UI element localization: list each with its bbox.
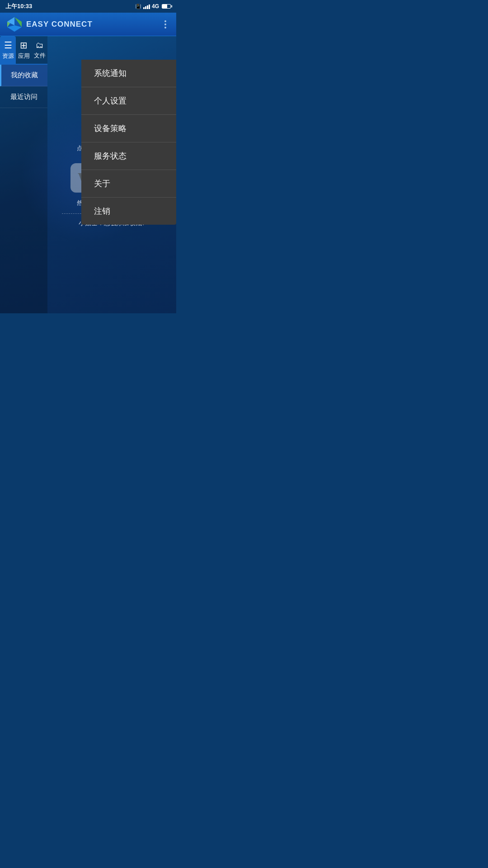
sidebar-menu: 我的收藏 最近访问: [0, 65, 47, 108]
battery-icon: [162, 4, 171, 9]
tab-bar: ☰ 资源 ⊞ 应用 🗂 文件: [0, 36, 47, 65]
dropdown-menu: 系统通知 个人设置 设备策略 服务状态 关于 注销: [81, 60, 176, 225]
signal-icon: [143, 4, 150, 9]
menu-item-about[interactable]: 关于: [81, 170, 176, 198]
menu-item-system-notify[interactable]: 系统通知: [81, 60, 176, 87]
logo-icon: [6, 16, 23, 33]
menu-item-logout[interactable]: 注销: [81, 198, 176, 225]
tab-resources-label: 资源: [2, 52, 14, 60]
sidebar-item-favorites[interactable]: 我的收藏: [0, 65, 47, 86]
tab-files-label: 文件: [34, 52, 46, 60]
vibrate-icon: 📳: [135, 4, 141, 9]
status-indicators: 📳 4G: [135, 3, 171, 9]
app-title: Easy Connect: [26, 20, 93, 29]
menu-item-service-status[interactable]: 服务状态: [81, 142, 176, 170]
app-logo: Easy Connect: [6, 16, 93, 33]
app-header: Easy Connect: [0, 13, 176, 36]
more-menu-button[interactable]: [161, 19, 170, 30]
menu-item-device-policy[interactable]: 设备策略: [81, 115, 176, 142]
sidebar-item-recent[interactable]: 最近访问: [0, 86, 47, 108]
resources-icon: ☰: [4, 40, 12, 51]
apps-icon: ⊞: [20, 40, 28, 51]
tab-files[interactable]: 🗂 文件: [32, 36, 47, 64]
tab-apps-label: 应用: [18, 52, 30, 60]
network-type: 4G: [152, 3, 159, 9]
files-icon: 🗂: [36, 41, 44, 50]
tab-apps[interactable]: ⊞ 应用: [16, 36, 32, 64]
menu-item-personal-settings[interactable]: 个人设置: [81, 87, 176, 115]
sidebar: ☰ 资源 ⊞ 应用 🗂 文件 我的收藏 最近访问: [0, 36, 47, 313]
tab-resources[interactable]: ☰ 资源: [0, 36, 16, 64]
status-bar: 上午10:33 📳 4G: [0, 0, 176, 13]
svg-marker-2: [7, 25, 22, 32]
status-time: 上午10:33: [5, 2, 32, 10]
